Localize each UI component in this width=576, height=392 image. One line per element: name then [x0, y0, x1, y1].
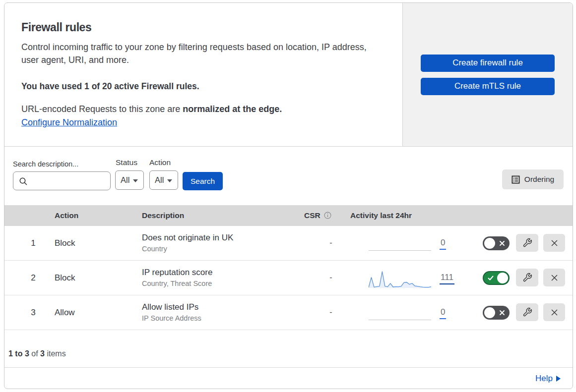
rule-priority: 1	[24, 238, 42, 248]
rule-action: Block	[55, 273, 75, 283]
table-header: Action Description CSR Activity last 24h…	[4, 205, 573, 226]
edit-rule-button[interactable]	[516, 303, 538, 321]
chevron-down-icon	[167, 179, 172, 182]
chevron-down-icon	[133, 179, 138, 182]
filter-bar: Search description... Status All Action …	[4, 147, 573, 205]
rule-criteria: IP Source Address	[142, 314, 201, 322]
x-icon	[498, 239, 506, 247]
delete-rule-button[interactable]	[543, 269, 565, 286]
info-icon[interactable]	[324, 212, 331, 219]
close-icon	[550, 308, 559, 317]
edit-rule-button[interactable]	[516, 269, 538, 286]
rule-action: Allow	[55, 308, 75, 318]
ordering-button[interactable]: Ordering	[502, 169, 564, 189]
column-header-action: Action	[55, 211, 78, 220]
list-icon	[512, 175, 520, 184]
toggle-knob	[497, 273, 508, 283]
rules-table: Action Description CSR Activity last 24h…	[4, 205, 573, 330]
check-icon	[487, 274, 495, 282]
wrench-icon	[522, 238, 532, 248]
page-header-text: Firewall rules Control incoming traffic …	[4, 3, 402, 146]
activity-sparkline	[369, 271, 431, 288]
rule-description-cell: Allow listed IPs IP Source Address	[142, 302, 201, 322]
rule-description-cell: Does not originate in UK Country	[142, 233, 233, 253]
rule-priority: 3	[24, 308, 42, 318]
column-header-description: Description	[142, 211, 184, 220]
page-description-line1: Control incoming traffic to your zone by…	[21, 42, 367, 52]
rule-description: Does not originate in UK	[142, 233, 233, 243]
sparkline-chart	[369, 271, 431, 288]
rule-row: 1 Block Does not originate in UK Country…	[4, 226, 573, 261]
toggle-knob	[484, 238, 495, 249]
toggle-knob	[484, 307, 495, 318]
firewall-rules-page: Firewall rules Control incoming traffic …	[0, 0, 576, 392]
help-bar: Help	[4, 367, 573, 389]
close-icon	[550, 238, 559, 248]
page-description: Control incoming traffic to your zone by…	[21, 41, 367, 66]
pagination-summary: 1 to 3 of 3 items	[8, 349, 66, 358]
create-rule-panel: Create firewall rule Create mTLS rule	[402, 3, 573, 146]
action-select[interactable]: All	[149, 170, 178, 190]
status-label: Status	[116, 158, 137, 167]
close-icon	[550, 273, 559, 282]
page-title: Firewall rules	[21, 21, 91, 34]
column-header-activity: Activity last 24hr	[350, 211, 412, 220]
wrench-icon	[522, 307, 532, 317]
activity-count-link[interactable]: 0	[440, 307, 446, 319]
main-card: Firewall rules Control incoming traffic …	[4, 2, 573, 389]
page-header-section: Firewall rules Control incoming traffic …	[4, 3, 573, 147]
rule-description: Allow listed IPs	[142, 302, 201, 312]
delete-rule-button[interactable]	[543, 234, 565, 252]
sparkline-flat	[369, 320, 431, 320]
rule-row: 2 Block IP reputation score Country, Thr…	[4, 261, 573, 295]
activity-sparkline	[369, 305, 431, 323]
rule-description-cell: IP reputation score Country, Threat Scor…	[142, 268, 212, 287]
activity-sparkline	[369, 236, 431, 254]
create-mtls-rule-button[interactable]: Create mTLS rule	[421, 78, 555, 95]
rule-csr-value: -	[325, 308, 337, 317]
search-label: Search description...	[13, 160, 78, 168]
wrench-icon	[522, 273, 532, 282]
rule-csr-value: -	[325, 238, 337, 247]
search-input[interactable]	[30, 172, 109, 189]
search-icon	[19, 177, 28, 186]
rule-priority: 2	[24, 273, 42, 283]
usage-notice: You have used 1 of 20 active Firewall ru…	[21, 81, 199, 92]
search-button[interactable]: Search	[183, 172, 223, 190]
rule-enabled-toggle[interactable]	[483, 236, 510, 250]
delete-rule-button[interactable]	[543, 303, 565, 321]
x-icon	[498, 309, 506, 317]
rule-enabled-toggle[interactable]	[483, 306, 510, 320]
rule-criteria: Country	[142, 245, 233, 253]
help-link[interactable]: Help	[535, 374, 561, 384]
rule-row: 3 Allow Allow listed IPs IP Source Addre…	[4, 295, 573, 330]
column-header-csr: CSR	[304, 211, 320, 220]
arrow-right-icon	[556, 376, 561, 382]
configure-normalization-link[interactable]: Configure Normalization	[21, 117, 117, 128]
action-label: Action	[149, 158, 171, 167]
rule-action: Block	[55, 238, 75, 248]
activity-count-link[interactable]: 111	[440, 273, 454, 284]
rule-enabled-toggle[interactable]	[483, 271, 510, 285]
edit-rule-button[interactable]	[516, 234, 538, 252]
rule-csr-value: -	[325, 273, 337, 282]
rule-description: IP reputation score	[142, 268, 212, 278]
create-firewall-rule-button[interactable]: Create firewall rule	[421, 55, 555, 72]
rule-criteria: Country, Threat Score	[142, 280, 212, 287]
normalization-notice: URL-encoded Requests to this zone are no…	[21, 104, 282, 114]
page-description-line2: user agent, URI, and more.	[21, 55, 129, 65]
search-box	[13, 171, 111, 190]
sparkline-flat	[369, 250, 431, 251]
status-select[interactable]: All	[115, 170, 144, 190]
activity-count-link[interactable]: 0	[440, 238, 446, 250]
